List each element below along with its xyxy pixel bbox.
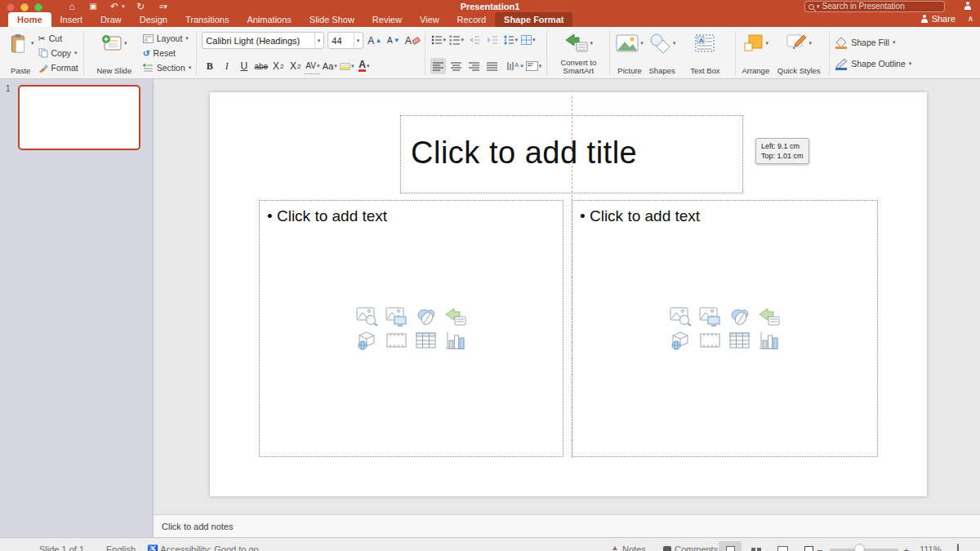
insert-table-icon[interactable] xyxy=(728,331,751,350)
insert-table-icon[interactable] xyxy=(415,331,437,350)
align-center-button[interactable] xyxy=(448,58,464,74)
format-painter-button[interactable]: Format xyxy=(38,60,78,75)
new-slide-button[interactable]: ▾ New Slide xyxy=(87,29,141,77)
notes-placeholder: Click to add notes xyxy=(154,515,980,531)
character-spacing-button[interactable]: AV▾ xyxy=(305,58,320,74)
insert-3d-model-icon[interactable] xyxy=(670,331,692,350)
insert-video-icon[interactable] xyxy=(699,331,721,350)
tab-transitions[interactable]: Transitions xyxy=(176,12,238,27)
font-family-select[interactable]: Calibri Light (Headings)▾ xyxy=(202,32,324,49)
insert-chart-icon[interactable] xyxy=(444,331,466,350)
zoom-in-button[interactable]: + xyxy=(903,544,910,551)
slide-sorter-view-button[interactable] xyxy=(745,541,768,551)
reading-view-icon xyxy=(777,546,788,551)
paste-button[interactable]: ▾ Paste xyxy=(5,29,37,77)
slide-canvas[interactable]: Click to add title Left: 9.1 cm Top: 1.0… xyxy=(210,92,927,496)
tab-review[interactable]: Review xyxy=(363,12,411,27)
stock-image-icon[interactable] xyxy=(670,307,692,327)
search-input[interactable]: ▾ Search in Presentation xyxy=(804,1,945,12)
copy-button[interactable]: Copy▾ xyxy=(38,46,78,60)
tooltip-top-value: Top: 1.01 cm xyxy=(761,151,804,161)
zoom-out-button[interactable]: − xyxy=(817,544,823,551)
content-placeholder-right[interactable]: • Click to add text xyxy=(572,200,878,457)
decrease-indent-button[interactable] xyxy=(466,32,482,48)
tab-shape-format[interactable]: Shape Format xyxy=(495,12,572,27)
italic-button[interactable]: I xyxy=(219,58,234,74)
columns-button[interactable]: ▾ xyxy=(520,32,536,48)
shapes-button[interactable]: ▾ Shapes xyxy=(646,29,679,77)
layout-button[interactable]: Layout▾ xyxy=(143,31,192,46)
zoom-slider-thumb[interactable] xyxy=(854,544,865,551)
insert-smartart-icon[interactable] xyxy=(444,307,466,327)
tab-design[interactable]: Design xyxy=(131,12,176,27)
cut-button[interactable]: ✂Cut xyxy=(38,31,78,46)
text-highlight-button[interactable]: ▾ xyxy=(339,58,354,74)
content-placeholder-left[interactable]: • Click to add text xyxy=(259,200,564,457)
increase-indent-button[interactable] xyxy=(484,32,500,48)
stock-image-icon[interactable] xyxy=(356,307,378,327)
picture-from-device-icon[interactable] xyxy=(699,307,721,327)
line-spacing-icon xyxy=(503,35,514,45)
section-button[interactable]: Section▾ xyxy=(143,60,192,75)
arrange-button[interactable]: ▾ Arrange xyxy=(739,29,772,77)
picture-from-device-icon[interactable] xyxy=(385,307,408,327)
zoom-level-label[interactable]: 111% xyxy=(920,544,942,551)
font-color-button[interactable]: A▾ xyxy=(356,58,372,74)
tab-animations[interactable]: Animations xyxy=(238,12,300,27)
reading-view-button[interactable] xyxy=(771,541,794,551)
align-left-button[interactable] xyxy=(430,58,446,74)
slide-thumbnail-1[interactable] xyxy=(18,85,140,150)
numbering-button[interactable]: ▾ xyxy=(448,32,464,48)
grow-font-button[interactable]: A▲ xyxy=(367,33,382,49)
notes-pane[interactable]: Click to add notes xyxy=(154,514,980,537)
line-spacing-button[interactable]: ▾ xyxy=(502,32,518,48)
columns-icon xyxy=(521,35,532,45)
bold-button[interactable]: B xyxy=(202,58,217,74)
title-placeholder[interactable]: Click to add title xyxy=(400,115,743,193)
align-text-button[interactable]: ▾ xyxy=(526,58,542,74)
reset-button[interactable]: ↺Reset xyxy=(143,46,192,60)
align-right-button[interactable] xyxy=(466,58,482,74)
section-caret-icon: ▾ xyxy=(189,64,192,71)
normal-view-button[interactable] xyxy=(719,541,742,551)
collapse-ribbon-icon[interactable]: ∧ xyxy=(968,14,973,23)
text-box-button[interactable]: A Text Box xyxy=(678,29,732,77)
tab-insert[interactable]: Insert xyxy=(51,12,92,27)
bullets-button[interactable]: ▾ xyxy=(430,32,446,48)
insert-chart-icon[interactable] xyxy=(758,331,780,350)
insert-video-icon[interactable] xyxy=(385,331,408,350)
tab-record[interactable]: Record xyxy=(448,12,495,27)
shape-fill-icon xyxy=(835,37,848,49)
text-direction-button[interactable]: A▾ xyxy=(507,58,523,74)
decrease-indent-icon xyxy=(469,35,480,45)
underline-button[interactable]: U xyxy=(236,58,252,74)
superscript-button[interactable]: X2 xyxy=(270,58,286,74)
insert-smartart-icon[interactable] xyxy=(758,307,780,327)
tab-draw[interactable]: Draw xyxy=(91,12,131,27)
convert-to-smartart-button[interactable]: ▾ Convert to SmartArt xyxy=(550,29,606,77)
clear-formatting-button[interactable]: A xyxy=(404,33,420,49)
picture-button[interactable]: ▾ Picture xyxy=(613,29,646,77)
subscript-button[interactable]: X2 xyxy=(287,58,303,74)
shape-fill-button[interactable]: Shape Fill▾ xyxy=(835,35,911,50)
change-case-button[interactable]: Aa▾ xyxy=(322,58,337,74)
insert-icons-icon[interactable] xyxy=(728,307,751,327)
fit-slide-to-window-button[interactable] xyxy=(957,544,959,551)
shape-outline-button[interactable]: Shape Outline▾ xyxy=(835,56,911,71)
tab-slide-show[interactable]: Slide Show xyxy=(301,12,363,27)
notes-toggle-button[interactable]: Notes xyxy=(611,544,646,551)
share-person-icon xyxy=(920,15,929,23)
tab-home[interactable]: Home xyxy=(8,12,51,27)
accessibility-status[interactable]: ♿ Accessibility: Good to go xyxy=(147,544,259,551)
font-size-select[interactable]: 44▾ xyxy=(327,32,363,49)
justify-button[interactable] xyxy=(484,58,500,74)
shrink-font-button[interactable]: A▼ xyxy=(385,33,401,49)
insert-3d-model-icon[interactable] xyxy=(356,331,378,350)
comments-toggle-button[interactable]: Comments xyxy=(663,544,718,551)
tab-view[interactable]: View xyxy=(411,12,448,27)
language-button[interactable]: English xyxy=(106,544,136,551)
share-button[interactable]: Share xyxy=(920,14,956,24)
strikethrough-button[interactable]: abe xyxy=(253,58,269,74)
quick-styles-button[interactable]: ▾ Quick Styles xyxy=(772,29,826,77)
insert-icons-icon[interactable] xyxy=(415,307,437,327)
